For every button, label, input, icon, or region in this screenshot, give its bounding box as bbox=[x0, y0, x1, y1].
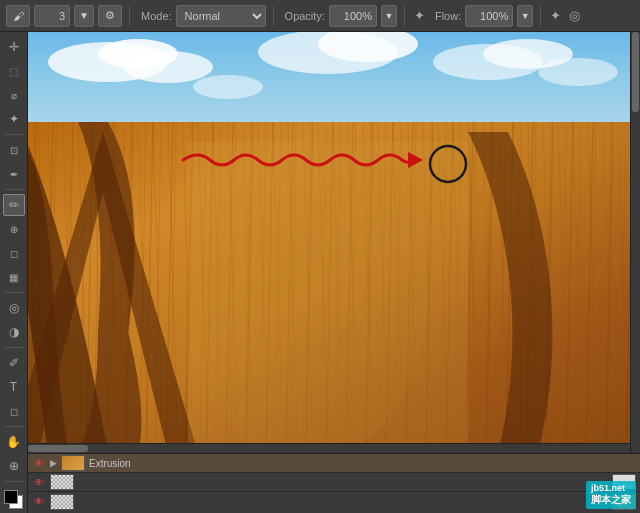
tool-gradient[interactable]: ▦ bbox=[3, 266, 25, 288]
tool-separator-6 bbox=[5, 481, 23, 482]
layer-expand-extrusion[interactable]: ▶ bbox=[50, 458, 57, 468]
tool-magic-wand[interactable]: ✦ bbox=[3, 108, 25, 130]
brush-preset-btn[interactable]: ▼ bbox=[74, 5, 94, 27]
canvas-area[interactable]: 👁 ▶ Extrusion 👁 👁 jb51.net bbox=[28, 32, 640, 513]
layer-name-extrusion: Extrusion bbox=[89, 458, 636, 469]
layer-row-2[interactable]: 👁 bbox=[28, 473, 640, 492]
opacity-input[interactable]: 100% bbox=[329, 5, 377, 27]
mode-select[interactable]: Normal bbox=[176, 5, 266, 27]
brush-options-btn[interactable]: ⚙ bbox=[98, 5, 122, 27]
horizontal-scroll-thumb[interactable] bbox=[28, 445, 88, 452]
vertical-scrollbar[interactable] bbox=[630, 32, 640, 453]
tool-separator-5 bbox=[5, 426, 23, 427]
tool-hand[interactable]: ✋ bbox=[3, 431, 25, 453]
flow-input[interactable]: 100% bbox=[465, 5, 513, 27]
tool-pen[interactable]: ✐ bbox=[3, 352, 25, 374]
tablet-pressure2-btn[interactable]: ◎ bbox=[567, 8, 582, 23]
layer-thumbnail-extrusion bbox=[61, 455, 85, 471]
color-swatches[interactable] bbox=[4, 490, 24, 510]
layer-thumbnail-3b bbox=[612, 494, 636, 510]
brush-icon: 🖌 bbox=[13, 10, 24, 22]
brush-tool-btn[interactable]: 🖌 bbox=[6, 5, 30, 27]
settings-icon: ⚙ bbox=[105, 9, 115, 22]
tool-eraser[interactable]: ◻ bbox=[3, 242, 25, 264]
tool-shape[interactable]: ◻ bbox=[3, 400, 25, 422]
toolbox: ✛ ⬚ ⌀ ✦ ⊡ ✒ ✏ ⊕ ◻ ▦ ◎ ◑ ✐ T ◻ ✋ ⊕ bbox=[0, 32, 28, 513]
tool-crop[interactable]: ⊡ bbox=[3, 139, 25, 161]
separator-3 bbox=[404, 6, 405, 26]
toolbar: 🖌 3 ▼ ⚙ Mode: Normal Opacity: 100% ▼ ✦ F… bbox=[0, 0, 640, 32]
mode-label: Mode: bbox=[141, 10, 172, 22]
opacity-label: Opacity: bbox=[285, 10, 325, 22]
canvas-content bbox=[28, 32, 640, 453]
tablet-pressure-btn[interactable]: ✦ bbox=[548, 8, 563, 23]
layers-panel: 👁 ▶ Extrusion 👁 👁 bbox=[28, 453, 640, 513]
tool-separator-2 bbox=[5, 189, 23, 190]
tool-brush[interactable]: ✏ bbox=[3, 194, 25, 216]
horizontal-scrollbar[interactable] bbox=[28, 443, 630, 453]
separator-2 bbox=[273, 6, 274, 26]
tool-separator-1 bbox=[5, 134, 23, 135]
tool-blur[interactable]: ◎ bbox=[3, 297, 25, 319]
separator-1 bbox=[129, 6, 130, 26]
main-area: ✛ ⬚ ⌀ ✦ ⊡ ✒ ✏ ⊕ ◻ ▦ ◎ ◑ ✐ T ◻ ✋ ⊕ bbox=[0, 32, 640, 513]
layer-visibility-2[interactable]: 👁 bbox=[32, 475, 46, 489]
layer-visibility-extrusion[interactable]: 👁 bbox=[32, 456, 46, 470]
tool-zoom[interactable]: ⊕ bbox=[3, 455, 25, 477]
tool-clone[interactable]: ⊕ bbox=[3, 218, 25, 240]
separator-4 bbox=[540, 6, 541, 26]
layer-thumbnail-3 bbox=[50, 494, 74, 510]
flow-label: Flow: bbox=[435, 10, 461, 22]
layer-thumbnail-2b bbox=[612, 474, 636, 490]
canvas-image bbox=[28, 32, 640, 453]
layer-row-extrusion[interactable]: 👁 ▶ Extrusion bbox=[28, 454, 640, 473]
svg-point-10 bbox=[193, 75, 263, 99]
tool-separator-4 bbox=[5, 347, 23, 348]
tool-text[interactable]: T bbox=[3, 376, 25, 398]
tool-move[interactable]: ✛ bbox=[3, 36, 25, 58]
tool-marquee[interactable]: ⬚ bbox=[3, 60, 25, 82]
layer-visibility-3[interactable]: 👁 bbox=[32, 495, 46, 509]
svg-point-125 bbox=[188, 122, 428, 453]
svg-point-4 bbox=[123, 51, 213, 83]
tool-lasso[interactable]: ⌀ bbox=[3, 84, 25, 106]
brush-size-input[interactable]: 3 bbox=[34, 5, 70, 27]
tool-dodge[interactable]: ◑ bbox=[3, 321, 25, 343]
layer-row-3[interactable]: 👁 bbox=[28, 492, 640, 511]
layer-thumbnail-2 bbox=[50, 474, 74, 490]
tool-eyedropper[interactable]: ✒ bbox=[3, 163, 25, 185]
opacity-dropdown-btn[interactable]: ▼ bbox=[381, 5, 397, 27]
vertical-scroll-thumb[interactable] bbox=[632, 32, 639, 112]
airbrush-btn[interactable]: ✦ bbox=[412, 8, 427, 23]
flow-dropdown-btn[interactable]: ▼ bbox=[517, 5, 533, 27]
foreground-color-swatch[interactable] bbox=[4, 490, 18, 504]
svg-point-9 bbox=[538, 58, 618, 86]
tool-separator-3 bbox=[5, 292, 23, 293]
